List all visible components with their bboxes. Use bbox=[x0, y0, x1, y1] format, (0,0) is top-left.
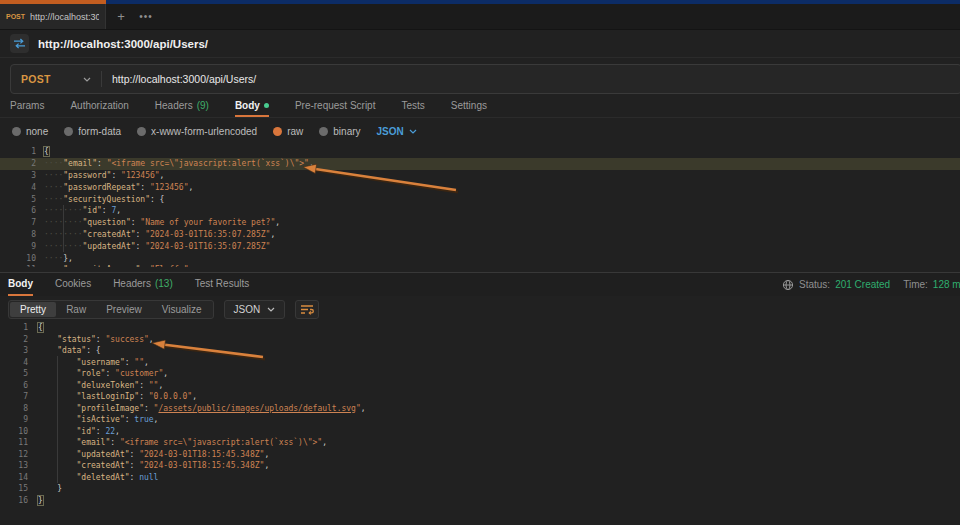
tab-headers[interactable]: Headers(9) bbox=[155, 95, 209, 117]
code-line[interactable]: 8········"createdAt": "2024-03-01T16:35:… bbox=[0, 229, 960, 241]
request-swap-icon bbox=[10, 34, 29, 53]
response-tabs: Body Cookies Headers(13) Test Results St… bbox=[0, 272, 960, 296]
view-raw[interactable]: Raw bbox=[56, 302, 96, 317]
code-text: ····}, bbox=[36, 254, 73, 263]
view-pretty[interactable]: Pretty bbox=[10, 302, 56, 317]
postman-window: POST http://localhost:3000/a + ••• http:… bbox=[0, 0, 960, 525]
method-selector[interactable]: POST bbox=[11, 73, 101, 85]
code-line[interactable]: 2 "status": "success", bbox=[0, 334, 960, 346]
request-title-row: http://localhost:3000/api/Users/ bbox=[0, 30, 960, 58]
view-preview[interactable]: Preview bbox=[96, 302, 152, 317]
code-text: "username": "", bbox=[28, 358, 149, 367]
radio-raw[interactable]: raw bbox=[273, 126, 303, 137]
code-line[interactable]: 6········"id": 7, bbox=[0, 205, 960, 217]
tab-settings[interactable]: Settings bbox=[451, 95, 487, 117]
radio-icon bbox=[137, 127, 146, 136]
code-line[interactable]: 3 "data": { bbox=[0, 345, 960, 357]
chevron-down-icon bbox=[409, 129, 417, 134]
code-line[interactable]: 10····}, bbox=[0, 252, 960, 264]
code-text: "status": "success", bbox=[28, 335, 154, 344]
line-number: 11 bbox=[0, 265, 36, 267]
tab-label: Test Results bbox=[195, 278, 249, 289]
code-line[interactable]: 7 "lastLoginIp": "0.0.0.0", bbox=[0, 391, 960, 403]
wrap-text-button[interactable] bbox=[295, 300, 319, 319]
globe-icon bbox=[782, 279, 794, 291]
code-text: "deluxeToken": "", bbox=[28, 381, 163, 390]
view-visualize[interactable]: Visualize bbox=[152, 302, 212, 317]
code-line[interactable]: 6 "deluxeToken": "", bbox=[0, 380, 960, 392]
more-icon: ••• bbox=[139, 11, 153, 22]
tab-options-button[interactable]: ••• bbox=[134, 4, 158, 29]
tab-pre-request-script[interactable]: Pre-request Script bbox=[295, 95, 376, 117]
response-format-select[interactable]: JSON bbox=[224, 300, 286, 319]
tab-params[interactable]: Params bbox=[10, 95, 44, 117]
code-line[interactable]: 13 "createdAt": "2024-03-01T18:15:45.348… bbox=[0, 460, 960, 472]
status-value[interactable]: 201 Created bbox=[835, 279, 890, 290]
tab-body[interactable]: Body bbox=[235, 95, 269, 117]
code-text: ········"id": 7, bbox=[36, 206, 121, 215]
code-text: ····"securityAnswer": "Fluffy", bbox=[36, 265, 193, 267]
request-body-editor[interactable]: 1{2····"email": "<iframe src=\"javascrip… bbox=[0, 146, 960, 267]
response-tab-cookies[interactable]: Cookies bbox=[55, 273, 91, 296]
code-line[interactable]: 7········"question": "Name of your favor… bbox=[0, 217, 960, 229]
radio-label: binary bbox=[333, 126, 360, 137]
body-type-bar: none form-data x-www-form-urlencoded raw… bbox=[0, 119, 960, 143]
code-line[interactable]: 16} bbox=[0, 495, 960, 507]
radio-label: x-www-form-urlencoded bbox=[151, 126, 257, 137]
radio-x-www-form-urlencoded[interactable]: x-www-form-urlencoded bbox=[137, 126, 257, 137]
radio-form-data[interactable]: form-data bbox=[64, 126, 121, 137]
code-line[interactable]: 9········"updatedAt": "2024-03-01T16:35:… bbox=[0, 240, 960, 252]
radio-none[interactable]: none bbox=[12, 126, 48, 137]
code-line[interactable]: 15 } bbox=[0, 483, 960, 495]
code-text: ········"updatedAt": "2024-03-01T16:35:0… bbox=[36, 242, 270, 251]
line-number: 13 bbox=[0, 461, 28, 470]
tab-method-badge: POST bbox=[6, 13, 25, 20]
code-text: ········"question": "Name of your favori… bbox=[36, 218, 280, 227]
code-line[interactable]: 4 "username": "", bbox=[0, 357, 960, 369]
code-line[interactable]: 11 "email": "<iframe src=\"javascript:al… bbox=[0, 437, 960, 449]
code-line[interactable]: 5····"securityQuestion": { bbox=[0, 193, 960, 205]
line-number: 3 bbox=[0, 346, 28, 355]
line-number: 4 bbox=[0, 183, 36, 192]
request-tab[interactable]: POST http://localhost:3000/a bbox=[0, 4, 106, 29]
line-number: 9 bbox=[0, 415, 28, 424]
tab-label: Headers bbox=[113, 278, 151, 289]
code-line[interactable]: 4····"passwordRepeat": "123456", bbox=[0, 181, 960, 193]
radio-label: raw bbox=[287, 126, 303, 137]
time-label: Time: bbox=[903, 279, 928, 290]
tab-tests[interactable]: Tests bbox=[401, 95, 424, 117]
radio-icon bbox=[12, 127, 21, 136]
tab-label: Pre-request Script bbox=[295, 100, 376, 111]
tab-authorization[interactable]: Authorization bbox=[70, 95, 128, 117]
response-tab-body[interactable]: Body bbox=[8, 273, 33, 296]
time-value[interactable]: 128 ms bbox=[933, 279, 960, 290]
tab-label: Authorization bbox=[70, 100, 128, 111]
code-line[interactable]: 5 "role": "customer", bbox=[0, 368, 960, 380]
code-line[interactable]: 3····"password": "123456", bbox=[0, 170, 960, 182]
format-label: JSON bbox=[234, 304, 261, 315]
tab-label: Body bbox=[235, 100, 260, 111]
response-tab-test-results[interactable]: Test Results bbox=[195, 273, 249, 296]
code-line[interactable]: 1{ bbox=[0, 322, 960, 334]
code-line[interactable]: 8 "profileImage": "/assets/public/images… bbox=[0, 403, 960, 415]
radio-label: none bbox=[26, 126, 48, 137]
code-line[interactable]: 9 "isActive": true, bbox=[0, 414, 960, 426]
radio-binary[interactable]: binary bbox=[319, 126, 360, 137]
format-select[interactable]: JSON bbox=[377, 126, 417, 137]
new-tab-button[interactable]: + bbox=[110, 4, 132, 29]
code-line[interactable]: 10 "id": 22, bbox=[0, 426, 960, 438]
tab-title: http://localhost:3000/a bbox=[30, 12, 99, 22]
response-tab-headers[interactable]: Headers(13) bbox=[113, 273, 173, 296]
radio-icon bbox=[273, 127, 282, 136]
response-body-editor[interactable]: 1{2 "status": "success",3 "data": {4 "us… bbox=[0, 322, 960, 522]
code-line[interactable]: 1{ bbox=[0, 146, 960, 158]
code-line[interactable]: 12 "updatedAt": "2024-03-01T18:15:45.348… bbox=[0, 449, 960, 461]
tab-label: Settings bbox=[451, 100, 487, 111]
code-text: "deletedAt": null bbox=[28, 473, 158, 482]
code-line[interactable]: 14 "deletedAt": null bbox=[0, 472, 960, 484]
code-line[interactable]: 2····"email": "<iframe src=\"javascript:… bbox=[0, 158, 960, 170]
code-text: "isActive": true, bbox=[28, 415, 158, 424]
url-input[interactable]: http://localhost:3000/api/Users/ bbox=[102, 73, 256, 85]
line-number: 11 bbox=[0, 438, 28, 447]
code-line[interactable]: 11····"securityAnswer": "Fluffy", bbox=[0, 264, 960, 267]
